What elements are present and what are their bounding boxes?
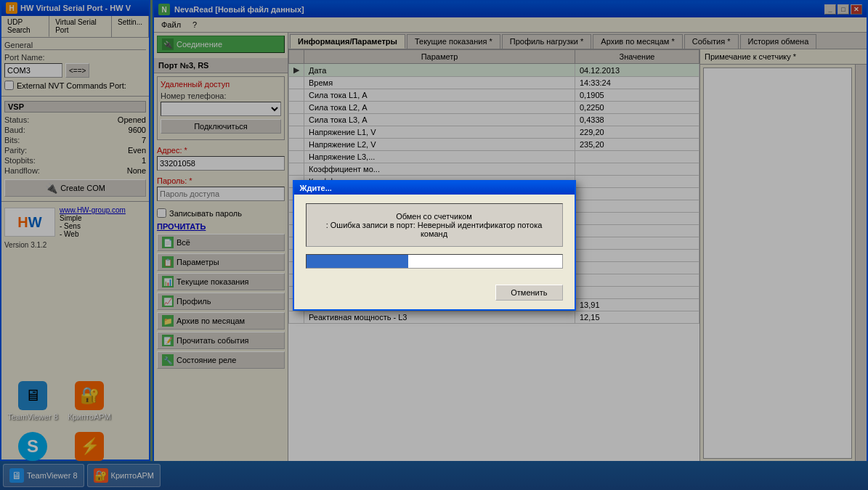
- modal-message-area: Обмен со счетчиком : Ошибка записи в пор…: [306, 203, 563, 247]
- modal-title: Ждите...: [300, 184, 332, 192]
- modal-dialog: Ждите... Обмен со счетчиком : Ошибка зап…: [293, 180, 576, 311]
- modal-titlebar: Ждите...: [294, 181, 575, 195]
- modal-progress-bar: [307, 255, 409, 268]
- modal-overlay: Ждите... Обмен со счетчиком : Ошибка зап…: [0, 0, 868, 490]
- modal-message-line2: : Ошибка записи в порт: Неверный идентиф…: [315, 221, 553, 238]
- modal-cancel-button[interactable]: Отменить: [495, 285, 562, 301]
- modal-progress: [306, 254, 563, 269]
- modal-body: Обмен со счетчиком : Ошибка записи в пор…: [294, 195, 575, 285]
- modal-footer: Отменить: [294, 285, 575, 309]
- modal-message-line1: Обмен со счетчиком: [396, 212, 472, 221]
